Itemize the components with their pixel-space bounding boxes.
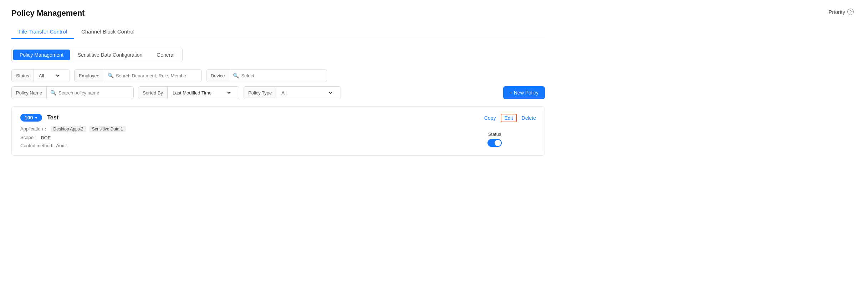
sub-tab-general[interactable]: General	[150, 50, 181, 60]
policy-card-header: 100 ▼ Test	[20, 114, 536, 122]
employee-filter-label: Employee	[75, 70, 104, 82]
priority-help-icon[interactable]: ?	[847, 9, 854, 15]
page-title: Policy Management	[11, 9, 545, 18]
priority-label: Priority	[828, 9, 845, 15]
sub-tab-policy-management[interactable]: Policy Management	[13, 50, 70, 60]
status-select-input[interactable]: All Active Inactive	[37, 73, 61, 79]
policy-type-label: Policy Type	[244, 87, 276, 99]
application-label: Application：	[20, 126, 48, 132]
control-row: Control method: Audit	[20, 143, 536, 148]
main-tabs: File Transfer Control Channel Block Cont…	[11, 25, 545, 39]
new-policy-button[interactable]: + New Policy	[503, 86, 545, 99]
device-search-input[interactable]	[241, 73, 323, 78]
sorted-by-select-input[interactable]: Last Modified Time Policy Name Created T…	[171, 90, 232, 96]
policy-meta: Application： Desktop Apps·2 Sensitive Da…	[20, 126, 536, 148]
status-label: Status	[488, 132, 501, 137]
device-filter-label: Device	[206, 70, 230, 82]
status-filter-label: Status	[12, 70, 34, 82]
policy-type-select[interactable]: All Type A Type B	[276, 87, 341, 99]
app-tag-1[interactable]: Desktop Apps·2	[51, 126, 86, 132]
policy-card: 100 ▼ Test Copy Edit Delete Application：…	[11, 106, 545, 156]
sorted-by-select[interactable]: Last Modified Time Policy Name Created T…	[168, 87, 239, 99]
sorted-by-filter: Sorted By Last Modified Time Policy Name…	[138, 86, 239, 99]
app-tag-2[interactable]: Sensitive Data·1	[89, 126, 126, 132]
edit-button[interactable]: Edit	[501, 114, 516, 122]
sub-tab-sensitive-data[interactable]: Senstitive Data Configuration	[71, 50, 149, 60]
employee-search-icon: 🔍	[108, 73, 114, 78]
employee-search-input[interactable]	[116, 73, 198, 78]
scope-label: Scope：	[20, 134, 38, 141]
employee-filter: Employee 🔍	[74, 69, 202, 82]
tab-channel-block[interactable]: Channel Block Control	[74, 25, 142, 39]
policy-name-search-icon: 🔍	[50, 90, 56, 96]
policy-name-filter: Policy Name 🔍	[11, 86, 134, 99]
tab-file-transfer[interactable]: File Transfer Control	[11, 25, 74, 39]
device-filter: Device 🔍	[206, 69, 327, 82]
employee-search: 🔍	[104, 70, 201, 82]
control-value: Audit	[56, 143, 67, 148]
control-label: Control method:	[20, 143, 53, 148]
sorted-by-label: Sorted By	[138, 87, 168, 99]
filter-row-2: Policy Name 🔍 Sorted By Last Modified Ti…	[11, 86, 545, 99]
application-row: Application： Desktop Apps·2 Sensitive Da…	[20, 126, 536, 132]
policy-card-actions: Copy Edit Delete	[484, 114, 536, 122]
policy-type-select-input[interactable]: All Type A Type B	[280, 90, 333, 96]
device-search: 🔍	[229, 70, 327, 82]
policy-status-area: Status	[487, 132, 502, 147]
policy-name: Test	[47, 114, 58, 121]
status-filter: Status All Active Inactive	[11, 69, 70, 82]
policy-name-filter-label: Policy Name	[12, 87, 47, 99]
filter-row-1: Status All Active Inactive Employee 🔍	[11, 69, 545, 82]
scope-value: BOE	[41, 135, 51, 140]
delete-button[interactable]: Delete	[522, 115, 536, 121]
policy-name-search-input[interactable]	[58, 90, 130, 96]
sub-tabs: Policy Management Senstitive Data Config…	[11, 48, 183, 62]
policy-type-filter: Policy Type All Type A Type B	[244, 86, 341, 99]
priority-badge[interactable]: 100 ▼	[20, 114, 42, 122]
policy-list: 100 ▼ Test Copy Edit Delete Application：…	[11, 106, 545, 156]
status-select[interactable]: All Active Inactive	[34, 70, 70, 82]
policy-name-search: 🔍	[47, 87, 133, 99]
copy-button[interactable]: Copy	[484, 115, 496, 121]
device-search-icon: 🔍	[233, 73, 239, 78]
scope-row: Scope： BOE	[20, 134, 536, 141]
priority-value: 100	[25, 115, 33, 120]
status-toggle[interactable]	[487, 139, 502, 147]
priority-area: Priority ?	[828, 9, 854, 15]
priority-chevron-icon: ▼	[34, 116, 38, 120]
